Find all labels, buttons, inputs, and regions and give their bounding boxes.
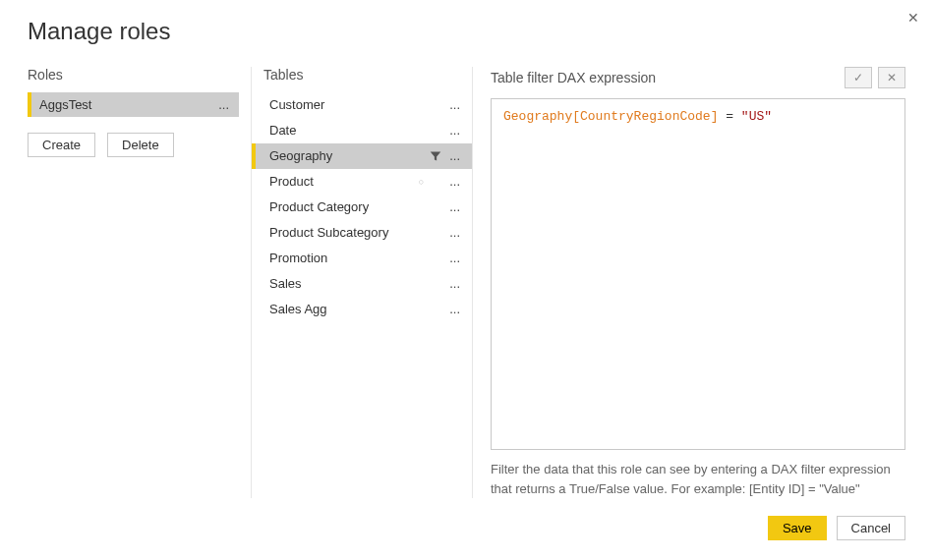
manage-roles-dialog: ✕ Manage roles Roles AggsTest ... Create… xyxy=(0,0,933,560)
more-icon[interactable]: ... xyxy=(447,173,462,191)
more-icon[interactable]: ... xyxy=(447,147,462,165)
table-item[interactable]: Product Subcategory... xyxy=(252,220,472,246)
tables-panel: Tables Customer...Date...Geography...Pro… xyxy=(252,67,473,498)
columns: Roles AggsTest ... Create Delete Tables … xyxy=(28,67,905,498)
tables-heading: Tables xyxy=(263,67,460,83)
more-icon[interactable]: ... xyxy=(447,96,462,114)
table-item[interactable]: Sales... xyxy=(252,271,472,297)
more-icon[interactable]: ... xyxy=(447,198,462,216)
expression-heading: Table filter DAX expression xyxy=(491,70,656,85)
table-item-actions: ... xyxy=(447,198,462,216)
delete-button[interactable]: Delete xyxy=(107,133,174,157)
table-label: Date xyxy=(269,122,296,140)
table-item[interactable]: Customer... xyxy=(252,92,472,118)
table-item-actions: ... xyxy=(447,301,462,318)
table-item-actions: ... xyxy=(447,224,462,242)
more-icon[interactable]: ... xyxy=(447,250,462,267)
table-label: Customer xyxy=(269,96,324,114)
table-item-actions: ○... xyxy=(419,173,462,191)
table-item-actions: ... xyxy=(447,250,462,267)
table-item-actions: ... xyxy=(447,122,462,140)
table-item[interactable]: Product○... xyxy=(252,169,472,195)
table-item-actions: ... xyxy=(447,275,462,293)
table-item[interactable]: Sales Agg... xyxy=(252,297,472,322)
marker-icon: ○ xyxy=(419,173,424,191)
table-label: Product xyxy=(269,173,314,191)
roles-list: AggsTest ... xyxy=(28,92,239,117)
expression-help-text: Filter the data that this role can see b… xyxy=(491,460,905,498)
table-label: Product Subcategory xyxy=(269,224,388,242)
more-icon[interactable]: ... xyxy=(216,97,231,112)
role-label: AggsTest xyxy=(39,97,91,112)
close-icon[interactable]: ✕ xyxy=(907,10,919,26)
roles-heading: Roles xyxy=(28,67,239,83)
role-item[interactable]: AggsTest ... xyxy=(28,92,239,117)
table-label: Promotion xyxy=(269,250,327,267)
expression-action-buttons: ✓ ✕ xyxy=(845,67,905,88)
expression-operator-token: = xyxy=(718,109,740,124)
more-icon[interactable]: ... xyxy=(447,275,462,293)
roles-panel: Roles AggsTest ... Create Delete xyxy=(28,67,252,498)
table-label: Sales xyxy=(269,275,302,293)
expression-column-token: Geography[CountryRegionCode] xyxy=(503,109,718,124)
more-icon[interactable]: ... xyxy=(447,301,462,318)
filter-icon xyxy=(430,150,441,162)
more-icon[interactable]: ... xyxy=(447,224,462,242)
table-item-actions: ... xyxy=(447,96,462,114)
role-buttons: Create Delete xyxy=(28,133,239,157)
table-item[interactable]: Product Category... xyxy=(252,195,472,220)
table-label: Geography xyxy=(269,147,332,165)
dialog-title: Manage roles xyxy=(28,18,905,45)
table-item-actions: ... xyxy=(430,147,462,165)
confirm-expression-button[interactable]: ✓ xyxy=(845,67,872,88)
save-button[interactable]: Save xyxy=(768,516,827,540)
dialog-footer: Save Cancel xyxy=(28,516,905,540)
table-label: Product Category xyxy=(269,198,369,216)
table-item[interactable]: Promotion... xyxy=(252,246,472,271)
create-button[interactable]: Create xyxy=(28,133,95,157)
cancel-button[interactable]: Cancel xyxy=(837,516,905,540)
table-item[interactable]: Geography... xyxy=(252,143,472,169)
table-label: Sales Agg xyxy=(269,301,327,318)
table-item[interactable]: Date... xyxy=(252,118,472,143)
discard-expression-button[interactable]: ✕ xyxy=(878,67,905,88)
expression-panel: Table filter DAX expression ✓ ✕ Geograph… xyxy=(473,67,905,498)
dax-expression-input[interactable]: Geography[CountryRegionCode] = "US" xyxy=(491,98,905,450)
more-icon[interactable]: ... xyxy=(447,122,462,140)
tables-list: Customer...Date...Geography...Product○..… xyxy=(252,92,472,322)
expression-string-token: "US" xyxy=(741,109,772,124)
